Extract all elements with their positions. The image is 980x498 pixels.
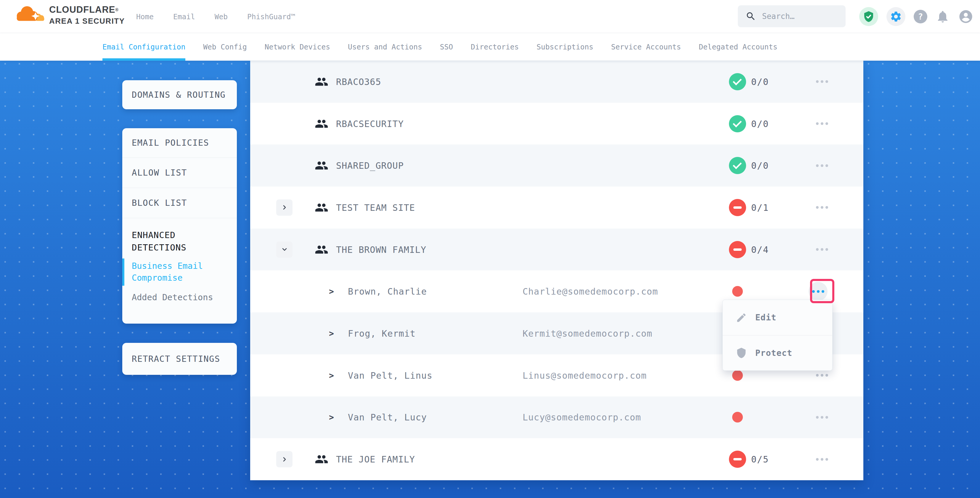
- sidebar-item-business-email-compromise[interactable]: Business Email Compromise: [132, 260, 228, 284]
- sidebar-item-domains-routing[interactable]: DOMAINS & ROUTING: [122, 90, 226, 100]
- ellipsis-icon: [816, 122, 819, 125]
- table-row-member: > Van Pelt, Lucy Lucy@somedemocorp.com: [250, 396, 863, 439]
- ellipsis-icon: [816, 458, 819, 461]
- secondary-nav: Email Configuration Web Config Network D…: [0, 33, 980, 61]
- row-menu-button[interactable]: [808, 194, 835, 221]
- tab-email-configuration[interactable]: Email Configuration: [102, 33, 185, 61]
- group-name: TEST TEAM SITE: [336, 202, 415, 213]
- tab-subscriptions[interactable]: Subscriptions: [536, 33, 593, 61]
- member-name: Van Pelt, Lucy: [348, 412, 427, 423]
- cloudflare-logo: CLOUDFLARE® AREA 1 SECURITY: [14, 3, 125, 25]
- sidebar-item-added-detections[interactable]: Added Detections: [132, 292, 228, 304]
- sidebar-card-email-policies: EMAIL POLICIES ALLOW LIST BLOCK LIST ENH…: [122, 128, 237, 324]
- status-badge-blocked: [729, 450, 746, 468]
- expand-toggle-button[interactable]: [276, 451, 293, 468]
- tab-directories[interactable]: Directories: [471, 33, 519, 61]
- nav-item-email[interactable]: Email: [173, 13, 195, 21]
- groups-table: RBACO365 0/0 RBACSECURITY 0/0 SHARED_GRO…: [250, 61, 863, 480]
- search-box[interactable]: [738, 5, 846, 27]
- table-row-group: THE BROWN FAMILY 0/4: [250, 229, 863, 270]
- search-input[interactable]: [762, 12, 836, 21]
- member-chevron[interactable]: >: [329, 286, 334, 296]
- tab-service-accounts[interactable]: Service Accounts: [611, 33, 681, 61]
- chevron-right-icon: [282, 456, 288, 462]
- status-dot-blocked: [732, 412, 743, 423]
- collapse-toggle-button[interactable]: [276, 241, 293, 258]
- group-icon: [315, 452, 328, 466]
- tab-network-devices[interactable]: Network Devices: [265, 33, 330, 61]
- member-chevron[interactable]: >: [329, 328, 334, 338]
- tab-delegated-accounts[interactable]: Delegated Accounts: [699, 33, 778, 61]
- notifications-bell-icon[interactable]: [935, 10, 950, 24]
- nav-item-home[interactable]: Home: [136, 13, 154, 21]
- tab-users-and-actions[interactable]: Users and Actions: [348, 33, 422, 61]
- member-email: Charlie@somedemocorp.com: [523, 286, 658, 297]
- ellipsis-icon: [816, 206, 819, 209]
- enhanced-detections-title[interactable]: ENHANCED DETECTIONS: [132, 229, 228, 254]
- protected-count: 0/0: [751, 118, 769, 129]
- sidebar-item-retract-settings[interactable]: RETRACT SETTINGS: [122, 354, 220, 364]
- sidebar-item-allow-list[interactable]: ALLOW LIST: [122, 158, 237, 188]
- sidebar-card-retract-settings[interactable]: RETRACT SETTINGS: [122, 343, 237, 375]
- row-menu-button[interactable]: [808, 110, 835, 137]
- group-name: THE BROWN FAMILY: [336, 244, 426, 255]
- table-row-group: SHARED_GROUP 0/0: [250, 145, 863, 186]
- pencil-icon: [736, 312, 747, 323]
- status-dot-blocked: [732, 286, 743, 297]
- registered-mark: ®: [116, 7, 119, 12]
- sidebar-item-block-list[interactable]: BLOCK LIST: [122, 188, 237, 218]
- group-icon: [315, 117, 328, 130]
- member-email: Kermit@somedemocorp.com: [523, 328, 652, 339]
- row-menu-button[interactable]: [808, 404, 835, 431]
- member-email: Lucy@somedemocorp.com: [523, 412, 641, 423]
- menu-item-protect[interactable]: Protect: [723, 335, 832, 371]
- top-header: CLOUDFLARE® AREA 1 SECURITY Home Email W…: [0, 0, 980, 33]
- row-menu-button[interactable]: [808, 446, 835, 473]
- protected-count: 0/1: [751, 202, 769, 213]
- member-chevron[interactable]: >: [329, 371, 334, 380]
- menu-item-label: Edit: [755, 313, 776, 323]
- brand-subtitle: AREA 1 SECURITY: [49, 17, 125, 25]
- status-badge-allowed: [729, 157, 746, 174]
- chevron-right-icon: [282, 205, 288, 210]
- status-badge-allowed: [729, 73, 746, 90]
- settings-gear-icon[interactable]: [886, 7, 905, 26]
- tab-web-config[interactable]: Web Config: [203, 33, 247, 61]
- nav-item-web[interactable]: Web: [215, 13, 228, 21]
- help-icon[interactable]: ?: [914, 10, 927, 23]
- ellipsis-icon: [816, 416, 819, 418]
- status-dot-blocked: [732, 370, 743, 381]
- row-menu-button[interactable]: [808, 68, 835, 95]
- table-row-group: THE JOE FAMILY 0/5: [250, 438, 863, 480]
- status-badge-blocked: [729, 199, 746, 216]
- brand-name: CLOUDFLARE®: [49, 3, 125, 17]
- group-name: SHARED_GROUP: [336, 161, 404, 171]
- ellipsis-icon: [816, 164, 819, 167]
- shield-icon: [736, 347, 747, 358]
- menu-item-edit[interactable]: Edit: [723, 300, 832, 335]
- ellipsis-icon: [812, 290, 815, 293]
- row-menu-button[interactable]: [808, 152, 835, 179]
- sidebar-card-domains-routing[interactable]: DOMAINS & ROUTING: [122, 80, 237, 109]
- protected-count: 0/4: [751, 244, 769, 255]
- tab-sso[interactable]: SSO: [440, 33, 453, 61]
- chevron-down-icon: [282, 247, 288, 253]
- shield-check-icon[interactable]: [859, 7, 878, 26]
- group-name: THE JOE FAMILY: [336, 454, 415, 465]
- group-icon: [315, 159, 328, 172]
- member-name: Van Pelt, Linus: [348, 370, 433, 380]
- sidebar-section-enhanced-detections: ENHANCED DETECTIONS Business Email Compr…: [122, 218, 237, 304]
- sidebar-item-email-policies[interactable]: EMAIL POLICIES: [122, 128, 237, 158]
- ellipsis-icon: [816, 80, 819, 83]
- expand-toggle-button[interactable]: [276, 199, 293, 216]
- group-icon: [315, 75, 328, 89]
- row-menu-button-active[interactable]: [808, 282, 827, 301]
- row-menu-button[interactable]: [808, 236, 835, 263]
- member-chevron[interactable]: >: [329, 412, 334, 422]
- status-badge-blocked: [729, 241, 746, 258]
- group-icon: [315, 243, 328, 256]
- nav-item-phishguard[interactable]: PhishGuard™: [247, 13, 295, 21]
- header-icons: ?: [859, 0, 974, 33]
- account-icon[interactable]: [958, 9, 974, 24]
- row-context-menu: Edit Protect: [722, 300, 832, 371]
